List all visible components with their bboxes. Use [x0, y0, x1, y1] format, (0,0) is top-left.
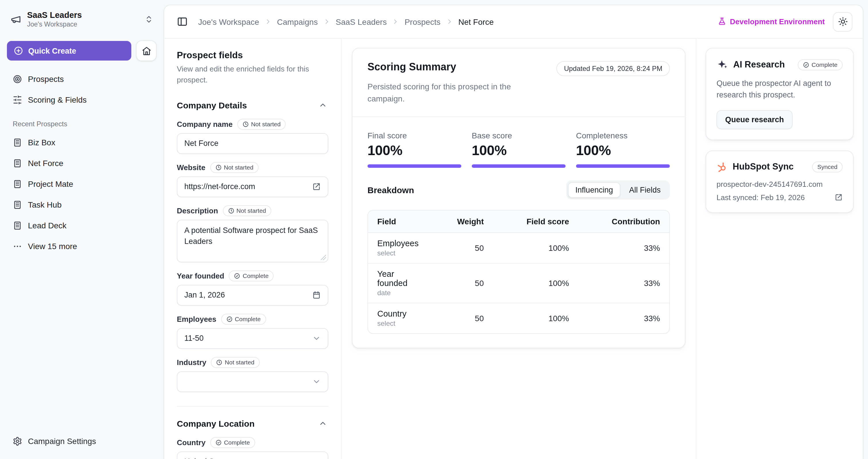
- sidebar-item-view-more[interactable]: View 15 more: [7, 236, 157, 256]
- quick-create-row: Quick Create: [7, 40, 157, 61]
- view-more-label: View 15 more: [28, 241, 77, 251]
- workspace-switcher[interactable]: SaaS Leaders Joe's Workspace: [7, 7, 157, 31]
- hubspot-sync-title: HubSpot Sync: [733, 162, 794, 172]
- breadcrumb: Joe's Workspace Campaigns SaaS Leaders P…: [198, 17, 494, 26]
- ellipsis-icon: [13, 241, 22, 251]
- collapse-section-button[interactable]: [317, 418, 328, 429]
- topbar: Joe's Workspace Campaigns SaaS Leaders P…: [164, 5, 863, 39]
- building-icon: [13, 159, 22, 168]
- home-button[interactable]: [136, 40, 157, 61]
- open-website-button[interactable]: [312, 182, 321, 191]
- field-score-value: 100%: [493, 263, 578, 303]
- status-label: Not started: [225, 358, 255, 366]
- country-select[interactable]: United States: [177, 451, 328, 459]
- sidebar-item-project-mate[interactable]: Project Mate: [7, 174, 157, 194]
- table-row: Employees select 50 100% 33%: [368, 233, 669, 263]
- year-founded-input[interactable]: [184, 291, 308, 299]
- sliders-icon: [13, 95, 22, 105]
- hubspot-icon: [716, 161, 727, 172]
- panel-left-icon: [177, 16, 188, 27]
- sidebar: SaaS Leaders Joe's Workspace Quick Creat…: [0, 0, 163, 459]
- status-label: Complete: [243, 272, 269, 279]
- field-type: select: [377, 249, 422, 257]
- calendar-button[interactable]: [312, 291, 321, 299]
- employees-select[interactable]: 11-50: [177, 328, 328, 349]
- company-name-input[interactable]: [177, 133, 328, 154]
- field-description: Description Not started A potential Soft…: [177, 205, 328, 262]
- status-badge: Complete: [210, 437, 255, 448]
- status-label: Not started: [237, 207, 266, 214]
- app-root: SaaS Leaders Joe's Workspace Quick Creat…: [0, 0, 868, 459]
- recent-prospects-heading: Recent Prospects: [13, 120, 157, 128]
- plus-circle-icon: [14, 46, 23, 55]
- campaign-settings-label: Campaign Settings: [28, 436, 96, 446]
- sidebar-item-prospects[interactable]: Prospects: [7, 69, 157, 89]
- breadcrumb-campaigns[interactable]: Campaigns: [277, 17, 318, 26]
- progress-bar: [576, 164, 670, 168]
- sidebar-item-scoring-fields[interactable]: Scoring & Fields: [7, 90, 157, 110]
- theme-toggle-button[interactable]: [833, 12, 852, 31]
- stat-label: Final score: [368, 131, 461, 140]
- description-textarea[interactable]: A potential Software prospect for SaaS L…: [177, 220, 328, 262]
- quick-create-button[interactable]: Quick Create: [7, 41, 131, 61]
- breadcrumb-saas-leaders[interactable]: SaaS Leaders: [336, 17, 386, 26]
- sidebar-item-task-hub[interactable]: Task Hub: [7, 195, 157, 214]
- scoring-summary-card: Scoring Summary Updated Feb 19, 2026, 8:…: [352, 48, 685, 348]
- weight-value: 50: [431, 263, 493, 303]
- field-label: Website: [177, 163, 205, 172]
- chevron-down-icon: [312, 457, 321, 459]
- chevron-right-icon: [265, 18, 272, 25]
- status-label: Complete: [224, 439, 250, 446]
- breadcrumb-prospects[interactable]: Prospects: [405, 17, 441, 26]
- updated-timestamp-badge: Updated Feb 19, 2026, 8:24 PM: [556, 61, 670, 76]
- breadcrumb-joes-workspace[interactable]: Joe's Workspace: [198, 17, 259, 26]
- chevron-down-icon: [312, 334, 321, 343]
- field-name: Employees: [377, 239, 422, 248]
- weight-value: 50: [431, 233, 493, 263]
- main-content: Joe's Workspace Campaigns SaaS Leaders P…: [163, 5, 863, 459]
- collapse-section-button[interactable]: [317, 99, 328, 110]
- industry-select[interactable]: [177, 371, 328, 392]
- field-company-name: Company name Not started: [177, 118, 328, 154]
- toggle-influencing[interactable]: Influencing: [568, 182, 621, 198]
- field-score-value: 100%: [493, 233, 578, 263]
- ai-research-title: AI Research: [733, 59, 785, 70]
- sidebar-item-biz-box[interactable]: Biz Box: [7, 133, 157, 152]
- ai-research-description: Queue the prospector AI agent to researc…: [716, 78, 843, 101]
- progress-bar: [368, 164, 461, 168]
- sidebar-toggle-button[interactable]: [175, 14, 190, 29]
- section-company-details: Company Details: [177, 99, 328, 110]
- field-label: Company name: [177, 120, 233, 128]
- home-icon: [142, 46, 151, 56]
- toggle-all-fields[interactable]: All Fields: [621, 182, 668, 198]
- check-circle-icon: [234, 272, 241, 279]
- workspace-subtitle: Joe's Workspace: [27, 21, 82, 28]
- col-header-weight: Weight: [431, 210, 493, 233]
- sidebar-item-campaign-settings[interactable]: Campaign Settings: [7, 431, 157, 451]
- scoring-area: Scoring Summary Updated Feb 19, 2026, 8:…: [342, 39, 696, 459]
- sidebar-item-net-force[interactable]: Net Force: [7, 153, 157, 173]
- field-type: select: [377, 319, 422, 327]
- website-input[interactable]: [184, 182, 308, 191]
- clock-icon: [216, 359, 223, 365]
- section-divider: [177, 406, 328, 406]
- col-header-field: Field: [368, 210, 431, 233]
- open-hubspot-button[interactable]: [835, 193, 843, 201]
- calendar-icon: [312, 291, 321, 299]
- chevron-down-icon: [312, 377, 321, 386]
- sidebar-item-lead-deck[interactable]: Lead Deck: [7, 216, 157, 235]
- progress-bar: [472, 164, 566, 168]
- synced-label: Synced: [817, 163, 837, 170]
- website-input-wrap: [177, 176, 328, 197]
- col-header-field-score: Field score: [493, 210, 578, 233]
- breakdown-table-wrap: Field Weight Field score Contribution Em…: [368, 210, 670, 334]
- ai-complete-label: Complete: [811, 61, 837, 68]
- stat-value: 100%: [472, 142, 566, 159]
- clock-icon: [228, 207, 234, 213]
- status-label: Not started: [251, 120, 281, 127]
- field-employees: Employees Complete 11-50: [177, 313, 328, 349]
- queue-research-button[interactable]: Queue research: [716, 110, 793, 129]
- field-country: Country Complete United States: [177, 437, 328, 459]
- sun-icon: [838, 17, 847, 27]
- last-synced-label: Last synced: Feb 19, 2026: [716, 193, 805, 202]
